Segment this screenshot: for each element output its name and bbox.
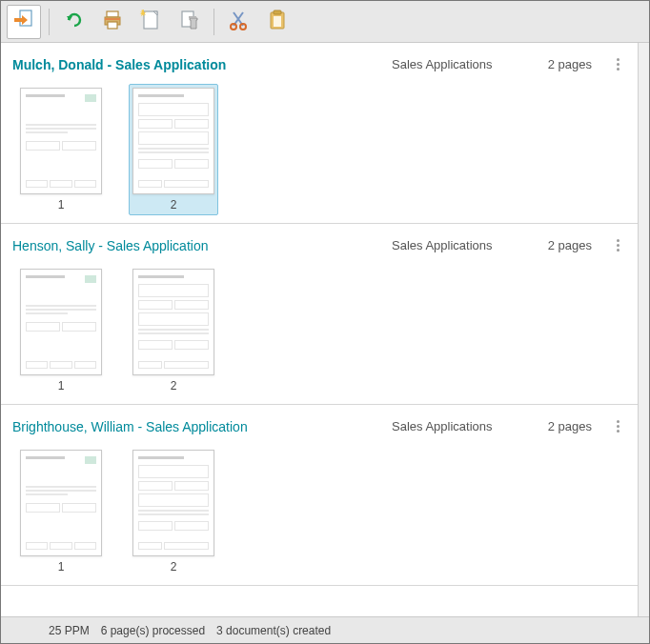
page-thumbnail[interactable]: 2	[129, 84, 218, 215]
page-thumbnail-image	[132, 88, 214, 194]
print-icon	[101, 9, 124, 34]
page-number: 2	[171, 560, 177, 574]
content-wrap: Mulch, Donald - Sales ApplicationSales A…	[1, 43, 649, 616]
page-thumbnail[interactable]: 1	[16, 265, 106, 396]
page-thumbnail-image	[132, 450, 214, 556]
document-pages-count: 2 pages	[525, 419, 592, 433]
delete-button[interactable]	[172, 5, 206, 39]
paste-button[interactable]	[260, 5, 295, 39]
page-thumbnails: 1 2	[12, 265, 626, 396]
svg-rect-5	[108, 22, 117, 29]
status-processed: 6 page(s) processed	[101, 624, 205, 637]
document-header: Brighthouse, William - Sales Application…	[12, 416, 626, 436]
document-category: Sales Applications	[392, 57, 525, 71]
new-document-button[interactable]	[133, 5, 168, 39]
document-title[interactable]: Brighthouse, William - Sales Application	[12, 419, 392, 434]
status-created: 3 document(s) created	[216, 624, 331, 637]
page-number: 1	[58, 198, 65, 211]
toolbar-separator	[49, 9, 50, 35]
svg-marker-2	[67, 16, 72, 21]
document: Brighthouse, William - Sales Application…	[1, 405, 638, 586]
page-thumbnail[interactable]: 1	[16, 84, 106, 215]
scrollbar[interactable]	[638, 43, 649, 616]
document-header: Mulch, Donald - Sales ApplicationSales A…	[12, 54, 626, 74]
status-ppm: 25 PPM	[49, 624, 90, 637]
delete-icon	[177, 9, 200, 34]
page-number: 2	[171, 198, 177, 211]
document: Mulch, Donald - Sales ApplicationSales A…	[1, 43, 638, 224]
page-thumbnail-image	[132, 269, 214, 375]
document-title[interactable]: Mulch, Donald - Sales Application	[12, 57, 392, 72]
page-thumbnail-image	[20, 450, 102, 556]
svg-rect-11	[189, 16, 196, 18]
export-icon	[12, 9, 35, 34]
document-list: Mulch, Donald - Sales ApplicationSales A…	[1, 43, 638, 616]
kebab-menu-icon[interactable]	[609, 54, 626, 74]
svg-rect-3	[107, 11, 118, 17]
toolbar-separator	[213, 9, 214, 35]
print-button[interactable]	[95, 5, 130, 39]
svg-point-15	[240, 24, 246, 30]
page-number: 1	[58, 560, 65, 574]
document-pages-count: 2 pages	[525, 238, 592, 252]
page-number: 2	[171, 379, 177, 392]
page-thumbnails: 1 2	[12, 84, 626, 215]
kebab-menu-icon[interactable]	[609, 235, 626, 255]
svg-point-14	[231, 24, 236, 30]
kebab-menu-icon[interactable]	[609, 416, 626, 436]
cut-icon	[228, 9, 251, 34]
document-title[interactable]: Henson, Sally - Sales Application	[12, 238, 392, 253]
document-category: Sales Applications	[392, 238, 525, 252]
page-thumbnail-image	[20, 269, 102, 375]
new-document-icon	[139, 9, 162, 34]
export-button[interactable]	[7, 5, 41, 39]
page-thumbnail[interactable]: 2	[129, 446, 218, 577]
status-bar: 25 PPM 6 page(s) processed 3 document(s)…	[1, 616, 649, 643]
page-thumbnail[interactable]: 2	[129, 265, 218, 396]
svg-rect-6	[105, 18, 120, 20]
cut-button[interactable]	[222, 5, 256, 39]
svg-rect-18	[274, 16, 281, 27]
page-thumbnails: 1 2	[12, 446, 626, 577]
page-number: 1	[58, 379, 65, 392]
document: Henson, Sally - Sales ApplicationSales A…	[1, 224, 638, 405]
page-thumbnail-image	[20, 88, 102, 194]
page-thumbnail[interactable]: 1	[16, 446, 106, 577]
document-category: Sales Applications	[392, 419, 525, 433]
toolbar	[1, 1, 649, 43]
paste-icon	[266, 9, 289, 34]
document-pages-count: 2 pages	[525, 57, 592, 71]
rotate-button[interactable]	[57, 5, 91, 39]
svg-rect-7	[144, 11, 157, 29]
rotate-icon	[63, 9, 86, 34]
document-header: Henson, Sally - Sales ApplicationSales A…	[12, 235, 626, 255]
svg-rect-17	[274, 10, 281, 14]
